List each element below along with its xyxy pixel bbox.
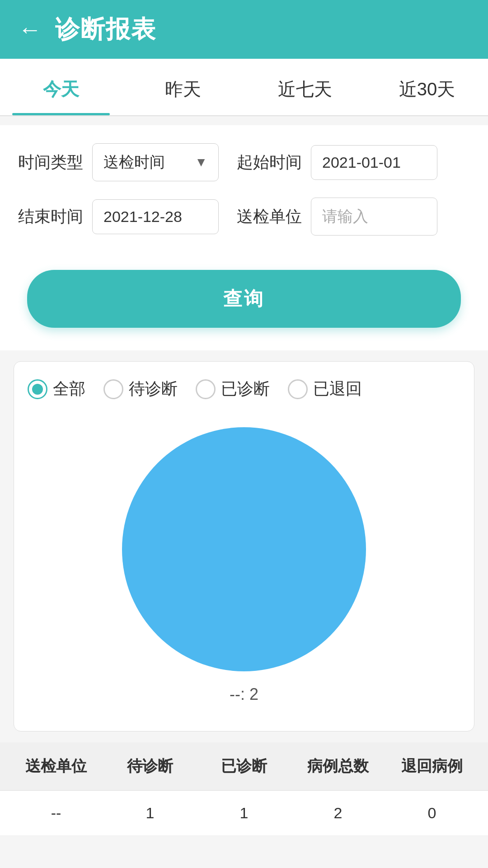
- radio-circle-all: [28, 379, 47, 399]
- tab-today[interactable]: 今天: [0, 59, 122, 115]
- page-title: 诊断报表: [55, 13, 156, 46]
- back-button[interactable]: ←: [18, 18, 42, 41]
- radio-label-pending: 待诊断: [129, 378, 178, 400]
- radio-circle-diagnosed: [196, 379, 216, 399]
- end-time-label: 结束时间: [18, 206, 83, 228]
- start-time-input[interactable]: 2021-01-01: [311, 145, 437, 180]
- query-button[interactable]: 查询: [27, 270, 461, 328]
- radio-label-diagnosed: 已诊断: [221, 378, 270, 400]
- col-header-pending: 待诊断: [103, 756, 197, 777]
- col-header-diagnosed: 已诊断: [197, 756, 291, 777]
- radio-label-returned: 已退回: [313, 378, 362, 400]
- cell-unit: --: [9, 804, 103, 822]
- cell-total: 2: [291, 804, 385, 822]
- header: ← 诊断报表: [0, 0, 488, 59]
- table-row: -- 1 1 2 0: [0, 791, 488, 836]
- radio-circle-returned: [288, 379, 308, 399]
- unit-input[interactable]: 请输入: [311, 198, 437, 236]
- time-type-dropdown[interactable]: 送检时间 ▼: [92, 143, 219, 181]
- tab-bar: 今天 昨天 近七天 近30天: [0, 59, 488, 116]
- col-header-total: 病例总数: [291, 756, 385, 777]
- col-header-returned: 退回病例: [385, 756, 479, 777]
- pie-chart-label: --: 2: [230, 685, 258, 704]
- unit-label: 送检单位: [237, 206, 302, 228]
- filter-form: 时间类型 送检时间 ▼ 起始时间 2021-01-01 结束时间 2021-12…: [0, 125, 488, 265]
- pie-chart: [122, 427, 366, 671]
- tab-seven-days[interactable]: 近七天: [244, 59, 366, 115]
- data-table: 送检单位 待诊断 已诊断 病例总数 退回病例 -- 1 1 2 0: [0, 742, 488, 836]
- cell-returned: 0: [385, 804, 479, 822]
- col-header-unit: 送检单位: [9, 756, 103, 777]
- radio-label-all: 全部: [53, 378, 85, 400]
- dropdown-arrow-icon: ▼: [195, 155, 207, 170]
- radio-filter-group: 全部 待诊断 已诊断 已退回: [28, 378, 460, 400]
- radio-pending[interactable]: 待诊断: [103, 378, 178, 400]
- pie-chart-container: --: 2: [28, 418, 460, 713]
- radio-all[interactable]: 全部: [28, 378, 85, 400]
- cell-pending: 1: [103, 804, 197, 822]
- radio-diagnosed[interactable]: 已诊断: [196, 378, 270, 400]
- radio-returned[interactable]: 已退回: [288, 378, 362, 400]
- chart-card: 全部 待诊断 已诊断 已退回 --: 2: [14, 361, 474, 731]
- tab-yesterday[interactable]: 昨天: [122, 59, 244, 115]
- time-type-label: 时间类型: [18, 151, 83, 174]
- query-button-wrapper: 查询: [0, 265, 488, 350]
- table-header-row: 送检单位 待诊断 已诊断 病例总数 退回病例: [0, 742, 488, 791]
- radio-circle-pending: [103, 379, 123, 399]
- cell-diagnosed: 1: [197, 804, 291, 822]
- form-row-2: 结束时间 2021-12-28 送检单位 请输入: [18, 198, 470, 236]
- start-time-label: 起始时间: [237, 151, 302, 174]
- tab-thirty-days[interactable]: 近30天: [366, 59, 488, 115]
- form-row-1: 时间类型 送检时间 ▼ 起始时间 2021-01-01: [18, 143, 470, 181]
- end-time-input[interactable]: 2021-12-28: [92, 199, 219, 234]
